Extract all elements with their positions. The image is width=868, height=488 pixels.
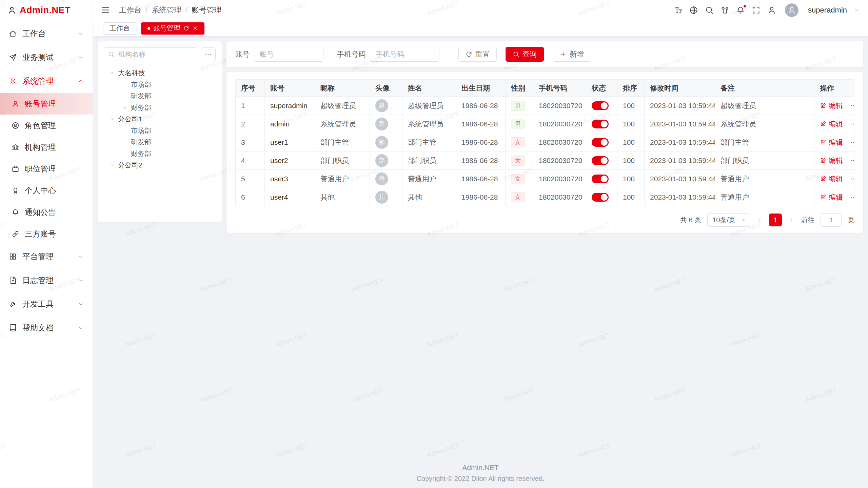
column-header: 状态 [586,80,617,97]
tab-close-icon[interactable] [192,25,198,31]
logo[interactable]: Admin.NET [0,0,93,20]
sidebar-item-system-manage[interactable]: 系统管理 [0,69,93,93]
toggle-knob [601,194,608,201]
breadcrumb-item[interactable]: 工作台 [119,5,141,15]
phone-label: 手机号码 [337,49,366,59]
row-avatar: 其 [375,191,388,204]
username[interactable]: superadmin [808,6,847,15]
status-toggle[interactable] [592,175,609,183]
edit-icon [820,102,826,109]
edit-button[interactable]: 编辑 [820,138,843,147]
edit-button[interactable]: 编辑 [820,192,843,202]
status-toggle[interactable] [592,193,609,202]
sidebar-item-position-manage[interactable]: 职位管理 [0,158,93,180]
caret-right-icon[interactable] [121,105,129,110]
sidebar-item-label: 系统管理 [22,76,54,86]
sidebar-item-personal-center[interactable]: 个人中心 [0,180,93,201]
tree-node[interactable]: 研发部 [104,90,216,102]
add-button[interactable]: 新增 [553,47,591,62]
user-icon[interactable] [767,6,776,15]
tree-more-button[interactable] [201,47,216,61]
toggle-knob [601,176,608,182]
table-row: 2admin系统管理员系系统管理员1986-06-28男180200307201… [236,115,854,133]
edit-button[interactable]: 编辑 [820,119,843,129]
tree-node[interactable]: 财务部 [104,148,216,159]
page-size-select[interactable]: 10条/页 [707,213,750,227]
reset-button[interactable]: 重置 [458,47,497,62]
prev-page-button[interactable] [756,217,763,223]
phone-input[interactable] [370,47,439,62]
sidebar-item-dev-tools[interactable]: 开发工具 [0,292,93,316]
font-size-icon[interactable] [674,6,683,15]
sidebar-item-label: 个人中心 [25,185,56,196]
user-menu-chevron-down-icon[interactable] [854,7,859,13]
status-toggle[interactable] [592,120,609,128]
tree-node[interactable]: 市场部 [104,79,216,90]
sidebar-item-role-manage[interactable]: 角色管理 [0,115,93,136]
account-label: 账号 [235,49,250,59]
edit-button[interactable]: 编辑 [820,156,843,165]
caret-down-icon[interactable] [108,70,116,76]
tab-workbench[interactable]: 工作台 [103,22,136,35]
tab-account-manage[interactable]: 账号管理 [141,22,204,35]
edit-button[interactable]: 编辑 [820,101,843,110]
avatar[interactable] [785,3,798,17]
sidebar-item-business-test[interactable]: 业务测试 [0,45,93,69]
sidebar-item-third-account[interactable]: 三方账号 [0,223,93,245]
edit-button[interactable]: 编辑 [820,174,843,184]
column-header: 昵称 [315,80,370,97]
gender-badge: 男 [511,101,525,111]
sidebar-item-log-manage[interactable]: 日志管理 [0,268,93,292]
next-page-button[interactable] [788,217,795,223]
org-name-search-input[interactable] [104,47,197,61]
more-actions-button[interactable] [850,120,854,128]
sidebar-item-label: 机构管理 [25,142,56,152]
status-toggle[interactable] [592,156,609,165]
more-actions-button[interactable] [850,175,854,183]
sidebar-item-label: 业务测试 [22,52,54,63]
tree-search-box [104,47,197,61]
language-icon[interactable] [689,6,698,15]
query-form: 账号 手机号码 重置 查询 [226,41,863,67]
status-toggle[interactable] [592,138,609,147]
sidebar-item-workbench[interactable]: 工作台 [0,22,93,45]
row-avatar: 超 [375,99,388,112]
sidebar-item-account-manage[interactable]: 账号管理 [0,93,93,115]
search-button[interactable]: 查询 [506,47,544,62]
goto-page-input[interactable] [821,213,842,227]
tree-node[interactable]: 市场部 [104,125,216,136]
search-icon[interactable] [705,6,714,15]
tree-node[interactable]: 分公司2 [104,159,216,171]
breadcrumb-item[interactable]: 账号管理 [192,5,221,15]
app-root: Admin.NET 工作台业务测试系统管理账号管理角色管理机构管理职位管理个人中… [0,0,868,488]
more-actions-button[interactable] [850,157,854,164]
more-actions-button[interactable] [850,194,854,201]
tree-node[interactable]: 研发部 [104,136,216,148]
gender-badge: 女 [511,137,525,147]
caret-right-icon[interactable] [108,163,116,168]
sidebar-menu: 工作台业务测试系统管理账号管理角色管理机构管理职位管理个人中心通知公告三方账号平… [0,20,93,340]
tree-node[interactable]: 大名科技 [104,67,216,79]
more-actions-button[interactable] [850,139,854,146]
chevron-down-icon [78,325,84,331]
tree-node[interactable]: 财务部 [104,102,216,113]
page-footer: Admin.NET Copyright © 2022 Dilon All rig… [98,464,863,488]
column-header: 出生日期 [456,80,506,97]
tree-node[interactable]: 分公司1 [104,113,216,125]
notification-bell-icon[interactable] [736,6,745,15]
sidebar-item-help-docs[interactable]: 帮助文档 [0,316,93,340]
current-page-button[interactable]: 1 [769,214,782,226]
fullscreen-icon[interactable] [752,6,761,15]
tab-refresh-icon[interactable] [183,25,189,31]
hamburger-menu-icon[interactable] [101,5,110,15]
breadcrumb-item[interactable]: 系统管理 [152,5,181,15]
topbar-right: superadmin [674,3,859,17]
account-input[interactable] [254,47,323,62]
caret-down-icon[interactable] [108,117,116,122]
sidebar-item-notice[interactable]: 通知公告 [0,201,93,223]
theme-icon[interactable] [721,6,729,15]
sidebar-item-platform-manage[interactable]: 平台管理 [0,245,93,268]
sidebar-item-org-manage[interactable]: 机构管理 [0,136,93,158]
more-actions-button[interactable] [850,102,854,109]
status-toggle[interactable] [592,101,609,110]
